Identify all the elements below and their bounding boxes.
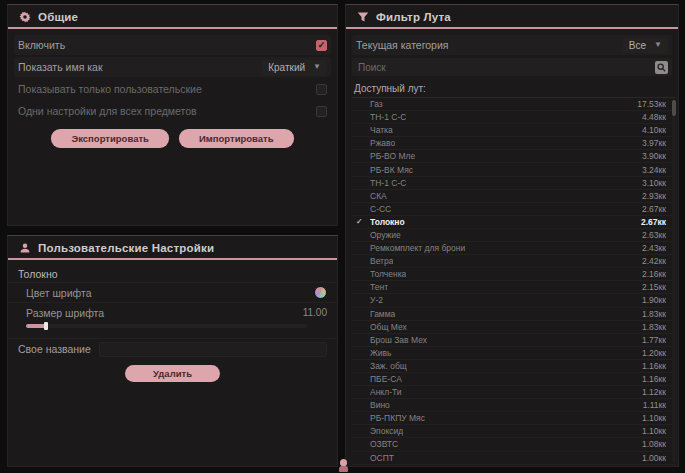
- loot-item-name: Толченка: [370, 269, 406, 279]
- loot-item-name: СКА: [370, 191, 387, 201]
- loot-item-value: 1.12кк: [642, 387, 666, 397]
- loot-item-row[interactable]: РБ-ПКПУ Мяс1.10кк: [352, 412, 676, 425]
- loot-item-value: 1.83кк: [642, 322, 666, 332]
- loot-item-row[interactable]: ОСПТ1.00кк: [352, 452, 676, 465]
- loot-item-row[interactable]: РБ-ВО Мле3.90кк: [352, 150, 676, 163]
- loot-item-row[interactable]: Общ Мех1.83кк: [352, 321, 676, 334]
- loot-item-value: 4.48кк: [642, 112, 666, 122]
- slider-thumb[interactable]: [44, 322, 48, 330]
- loot-item-row[interactable]: Тент2.15кк: [352, 281, 676, 294]
- loot-item-value: 1.11кк: [643, 400, 666, 410]
- export-button[interactable]: Экспортировать: [51, 129, 168, 148]
- search-input[interactable]: [356, 61, 649, 74]
- loot-item-name: Живь: [370, 348, 392, 358]
- loot-item-value: 3.10кк: [642, 178, 666, 188]
- same-settings-checkbox[interactable]: ✓: [316, 106, 327, 117]
- loot-item-row[interactable]: Брош Зав Мех1.77кк: [352, 334, 676, 347]
- only-custom-checkbox[interactable]: ✓: [316, 84, 327, 95]
- loot-item-name: Эпоксид: [370, 426, 403, 436]
- search-bar: [352, 58, 672, 76]
- show-name-as-select[interactable]: Краткий ▼: [262, 60, 327, 75]
- loot-item-name: Тент: [370, 282, 388, 292]
- loot-item-value: 3.90кк: [642, 151, 666, 161]
- loot-item-row[interactable]: Чатка4.10кк: [352, 124, 676, 137]
- custom-name-label: Свое название: [18, 343, 91, 355]
- custom-name-row: Свое название: [8, 338, 337, 359]
- loot-item-row[interactable]: Ветра2.42кк: [352, 255, 676, 268]
- loot-filter-title: Фильтр Лута: [376, 11, 451, 23]
- loot-scrollbar[interactable]: [672, 100, 676, 463]
- loot-item-row[interactable]: ПБЕ-СА1.16кк: [352, 373, 676, 386]
- loot-item-row[interactable]: Заж. общ1.16кк: [352, 360, 676, 373]
- color-picker-icon[interactable]: [314, 286, 327, 299]
- loot-item-name: ПБЕ-СА: [370, 374, 402, 384]
- user-icon: [18, 241, 31, 254]
- loot-item-row[interactable]: Гамма1.83кк: [352, 308, 676, 321]
- loot-item-row[interactable]: Оружие2.63кк: [352, 229, 676, 242]
- loot-item-name: С-СС: [370, 204, 391, 214]
- loot-item-row[interactable]: Ремкомплект для брони2.43кк: [352, 242, 676, 255]
- user-settings-title: Пользовательские Настройки: [38, 242, 214, 254]
- enable-label: Включить: [18, 39, 65, 51]
- loot-item-value: 4.10кк: [642, 125, 666, 135]
- enable-checkbox[interactable]: ✓: [316, 40, 327, 51]
- loot-filter-header: Фильтр Лута: [346, 5, 678, 29]
- loot-item-row[interactable]: ОЗВТС1.08кк: [352, 438, 676, 451]
- loot-item-row[interactable]: Эпоксид1.10кк: [352, 425, 676, 438]
- loot-item-name: ОСПТ: [370, 453, 394, 463]
- loot-item-name: Ржаво: [370, 138, 395, 148]
- loot-item-row[interactable]: Живь1.20кк: [352, 347, 676, 360]
- loot-item-row[interactable]: ✓Толокно2.67кк: [352, 216, 676, 229]
- loot-item-row[interactable]: Ржаво3.97кк: [352, 137, 676, 150]
- only-custom-label: Показывать только пользовательские: [18, 83, 202, 95]
- delete-button[interactable]: Удалить: [125, 365, 220, 382]
- loot-item-value: 1.16кк: [642, 361, 666, 371]
- loot-item-name: Анкл-Ти: [370, 387, 402, 397]
- loot-item-value: 1.77кк: [642, 335, 666, 345]
- loot-item-row[interactable]: У-21.90кк: [352, 294, 676, 307]
- font-size-slider[interactable]: [26, 324, 308, 328]
- loot-item-name: РБ-ВК Мяс: [370, 165, 413, 175]
- loot-item-value: 1.00кк: [642, 453, 666, 463]
- category-value: Все: [629, 40, 646, 51]
- loot-scroll-thumb[interactable]: [672, 100, 676, 116]
- chevron-down-icon: ▼: [313, 63, 321, 71]
- loot-item-value: 2.93кк: [642, 191, 666, 201]
- loot-item-row[interactable]: Вино1.11кк: [352, 399, 676, 412]
- loot-item-value: 1.10кк: [642, 426, 666, 436]
- slider-fill: [26, 324, 46, 328]
- custom-name-input[interactable]: [99, 342, 327, 357]
- loot-item-value: 2.15кк: [642, 282, 666, 292]
- loot-item-row[interactable]: Газ17.53кк: [352, 98, 676, 111]
- general-panel: Общие Включить ✓ Показать имя как Кратки…: [7, 4, 338, 226]
- enable-setting-row: Включить ✓: [14, 35, 331, 55]
- search-icon[interactable]: [655, 61, 668, 74]
- loot-item-value: 1.83кк: [642, 309, 666, 319]
- loot-item-name: ОЗВТС: [370, 439, 398, 449]
- loot-item-row[interactable]: РБ-ВК Мяс3.24кк: [352, 163, 676, 176]
- loot-item-row[interactable]: Анкл-Ти1.12кк: [352, 386, 676, 399]
- check-icon: ✓: [356, 217, 363, 226]
- loot-item-name: Чатка: [370, 125, 393, 135]
- loot-item-row[interactable]: ТН-1 С-С3.10кк: [352, 177, 676, 190]
- import-button[interactable]: Импортировать: [179, 129, 294, 148]
- loot-item-name: РБ-ВО Мле: [370, 151, 415, 161]
- loot-item-row[interactable]: С-СС2.67кк: [352, 203, 676, 216]
- show-name-as-value: Краткий: [268, 62, 305, 73]
- loot-item-row[interactable]: СКА2.93кк: [352, 190, 676, 203]
- category-select[interactable]: Все ▼: [623, 38, 668, 53]
- loot-item-name: Газ: [370, 99, 383, 109]
- funnel-icon: [356, 10, 369, 23]
- loot-item-row[interactable]: ТН-1 С-С4.48кк: [352, 111, 676, 124]
- loot-item-name: Заж. общ: [370, 361, 407, 371]
- font-color-row: Цвет шрифта: [8, 282, 337, 302]
- loot-item-value: 2.16кк: [642, 269, 666, 279]
- loot-item-value: 2.63кк: [642, 230, 666, 240]
- loot-filter-panel: Фильтр Лута Текущая категория Все ▼ Дост…: [345, 4, 679, 467]
- font-color-label: Цвет шрифта: [26, 287, 92, 299]
- cursor-icon: [339, 459, 348, 472]
- loot-item-row[interactable]: Толченка2.16кк: [352, 268, 676, 281]
- available-loot-label: Доступный лут:: [346, 79, 678, 97]
- loot-item-value: 1.20кк: [642, 348, 666, 358]
- loot-item-name: У-2: [370, 295, 383, 305]
